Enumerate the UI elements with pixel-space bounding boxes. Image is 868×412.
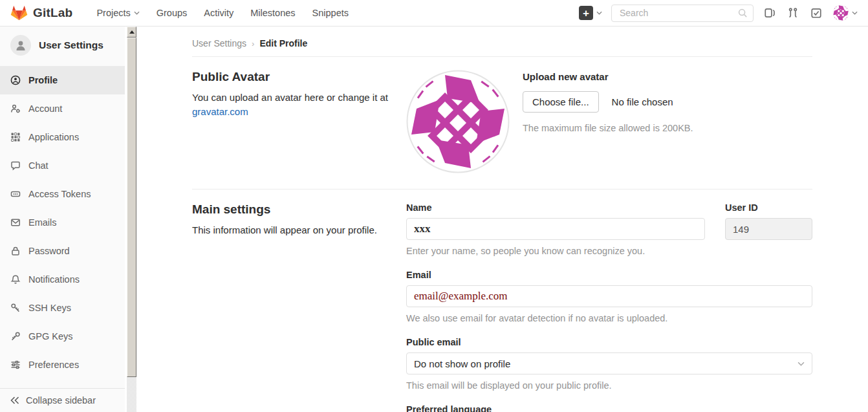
navbar-right: +: [579, 5, 858, 22]
user-id-label: User ID: [725, 202, 812, 213]
search-icon: [738, 8, 748, 18]
name-field[interactable]: [406, 218, 705, 240]
chevron-down-icon: [852, 11, 858, 15]
user-avatar[interactable]: [832, 5, 849, 21]
sidebar-item-notifications[interactable]: Notifications: [0, 265, 125, 294]
collapse-sidebar-label: Collapse sidebar: [26, 395, 96, 406]
name-label: Name: [406, 202, 705, 213]
menu-groups[interactable]: Groups: [149, 4, 195, 22]
key-icon: [10, 303, 21, 313]
public-email-label: Public email: [406, 337, 812, 347]
sidebar-scrollbar[interactable]: [127, 27, 136, 412]
sidebar-item-access-tokens[interactable]: Access Tokens: [0, 180, 125, 208]
email-label: Email: [406, 270, 812, 280]
breadcrumb-separator: ›: [252, 39, 254, 49]
public-email-select[interactable]: Do not show on profile: [406, 352, 812, 374]
sidebar-item-label: Notifications: [28, 274, 80, 285]
collapse-sidebar-button[interactable]: Collapse sidebar: [0, 388, 125, 412]
issues-icon[interactable]: [763, 6, 777, 20]
sidebar-item-password[interactable]: Password: [0, 237, 125, 265]
no-file-chosen-text: No file chosen: [612, 96, 673, 107]
user-settings-avatar-icon: [10, 35, 31, 56]
sidebar-item-label: Applications: [28, 132, 79, 142]
sidebar-item-ssh-keys[interactable]: SSH Keys: [0, 294, 125, 322]
search-box: [611, 5, 754, 22]
sidebar-item-label: Chat: [28, 160, 49, 171]
sidebar-header: User Settings: [0, 27, 125, 66]
gravatar-link[interactable]: gravatar.com: [192, 106, 248, 117]
user-gear-icon: [10, 103, 21, 114]
menu-snippets[interactable]: Snippets: [305, 4, 356, 22]
menu-activity[interactable]: Activity: [197, 4, 241, 22]
public-avatar-section: Public Avatar You can upload an avatar h…: [192, 57, 812, 190]
top-navbar: GitLab Projects Groups Activity Mileston…: [0, 0, 868, 27]
sidebar-title: User Settings: [39, 39, 103, 51]
sliders-icon: [10, 360, 21, 370]
sidebar-item-applications[interactable]: Applications: [0, 123, 125, 151]
sidebar-item-gpg-keys[interactable]: GPG Keys: [0, 322, 125, 351]
public-email-selected-value: Do not show on profile: [414, 358, 510, 369]
section-title: Public Avatar: [192, 70, 391, 84]
choose-file-button[interactable]: Choose file...: [523, 91, 599, 113]
user-menu[interactable]: [832, 5, 858, 21]
name-help-text: Enter your name, so people you know can …: [406, 246, 812, 256]
sidebar-item-label: Access Tokens: [28, 189, 91, 199]
upload-avatar-title: Upload new avatar: [523, 71, 693, 82]
main-settings-section: Main settings This information will appe…: [192, 190, 812, 412]
profile-avatar-image: [406, 70, 510, 173]
section-title: Main settings: [192, 202, 391, 217]
user-id-field: [725, 218, 812, 240]
sidebar-item-label: Preferences: [28, 360, 79, 370]
main-menu: Projects Groups Activity Milestones Snip…: [89, 4, 356, 22]
breadcrumb: User Settings › Edit Profile: [192, 37, 812, 56]
gitlab-logo[interactable]: GitLab: [10, 5, 72, 21]
chevron-down-icon: [797, 362, 805, 366]
avatar-description: You can upload an avatar here or change …: [192, 92, 388, 103]
main-content: User Settings › Edit Profile Public Avat…: [136, 27, 868, 412]
sidebar-item-preferences[interactable]: Preferences: [0, 351, 125, 379]
sidebar-item-label: SSH Keys: [28, 303, 71, 313]
chat-bubble-icon: [10, 160, 21, 171]
sidebar-item-label: Account: [28, 103, 62, 114]
chevron-down-icon: [596, 11, 602, 15]
todo-done-icon[interactable]: [809, 6, 823, 20]
menu-milestones[interactable]: Milestones: [243, 4, 302, 22]
scrollbar-up-arrow[interactable]: [127, 27, 136, 38]
scrollbar-thumb[interactable]: [127, 38, 136, 377]
preferred-language-label: Preferred language: [406, 404, 812, 412]
max-file-size-note: The maximum file size allowed is 200KB.: [523, 123, 693, 133]
key-icon: [10, 331, 21, 342]
brand-name: GitLab: [33, 6, 72, 20]
merge-request-icon[interactable]: [786, 6, 800, 20]
sidebar-item-label: GPG Keys: [28, 331, 73, 342]
breadcrumb-user-settings[interactable]: User Settings: [192, 38, 246, 49]
chevron-down-icon: [134, 11, 140, 15]
lock-icon: [10, 246, 21, 256]
grid-icon: [10, 132, 21, 142]
sidebar-item-account[interactable]: Account: [0, 94, 125, 123]
new-dropdown[interactable]: +: [579, 6, 602, 20]
search-input[interactable]: [611, 5, 754, 22]
sidebar-item-label: Profile: [28, 75, 58, 85]
plus-icon[interactable]: +: [579, 6, 593, 20]
envelope-icon: [10, 217, 21, 228]
main-settings-description: This information will appear on your pro…: [192, 223, 391, 237]
settings-sidebar: User Settings Profile Acc: [0, 27, 136, 412]
angle-double-left-icon: [10, 396, 19, 404]
email-field[interactable]: [406, 285, 812, 307]
email-help-text: We also use email for avatar detection i…: [406, 313, 812, 323]
sidebar-item-label: Emails: [28, 217, 57, 228]
menu-projects[interactable]: Projects: [89, 4, 146, 22]
upload-avatar-block: Upload new avatar Choose file... No file…: [523, 70, 693, 173]
breadcrumb-edit-profile: Edit Profile: [259, 38, 307, 49]
token-icon: [10, 189, 21, 199]
public-email-help-text: This email will be displayed on your pub…: [406, 380, 812, 391]
sidebar-item-emails[interactable]: Emails: [0, 208, 125, 237]
user-circle-icon: [10, 75, 21, 85]
sidebar-item-chat[interactable]: Chat: [0, 151, 125, 180]
tanuki-icon: [10, 5, 28, 21]
sidebar-item-label: Password: [28, 246, 70, 256]
sidebar-item-profile[interactable]: Profile: [0, 66, 125, 94]
bell-icon: [10, 274, 21, 285]
